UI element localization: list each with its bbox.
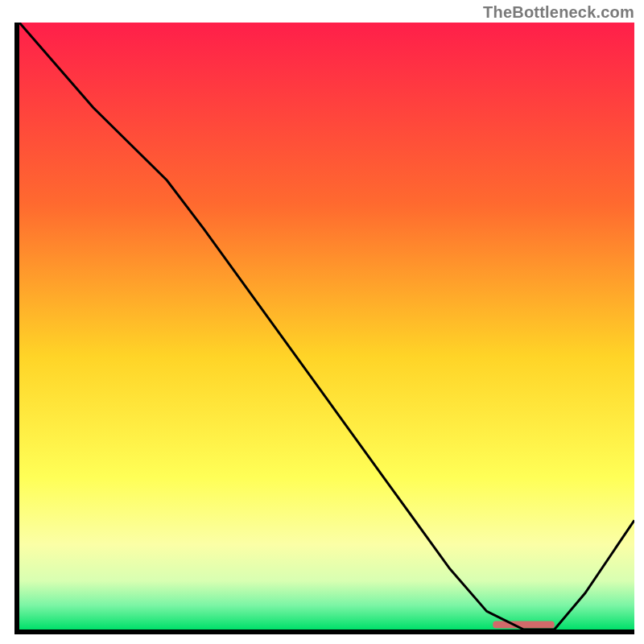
watermark-text: TheBottleneck.com <box>483 3 634 22</box>
chart-axes <box>14 23 634 634</box>
chart-area <box>14 23 634 634</box>
